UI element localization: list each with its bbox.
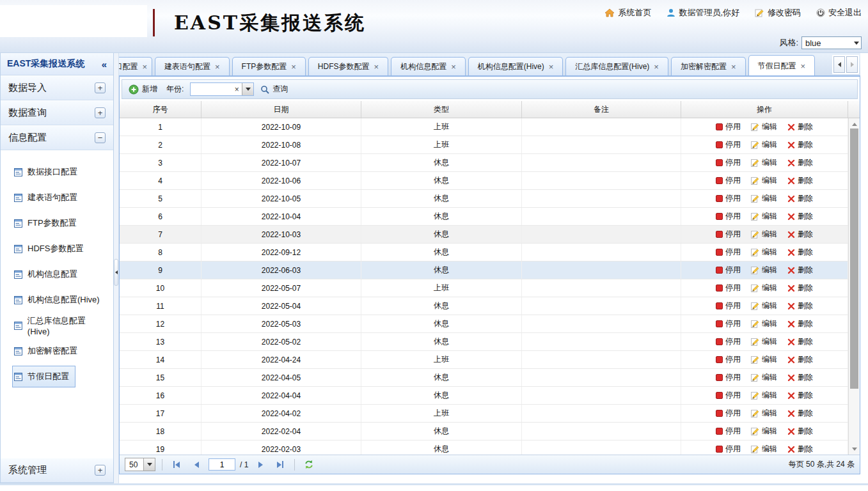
edit-action[interactable]: 编辑 [751, 426, 777, 437]
table-row[interactable]: 14 2022-04-24 上班 停用 [120, 351, 848, 369]
delete-action[interactable]: 删除 [787, 247, 813, 258]
sidebar-section-header-bottom[interactable]: 系统管理 + [1, 458, 113, 483]
tab-close-icon[interactable]: × [291, 62, 296, 72]
table-row[interactable]: 6 2022-10-04 休息 停用 [120, 208, 848, 226]
disable-action[interactable]: 停用 [716, 336, 741, 347]
sidebar-menu-item[interactable]: 加密解密配置 [12, 338, 84, 364]
sidebar-menu-item[interactable]: 机构信息配置(Hive) [12, 287, 106, 313]
tab[interactable]: 机构信息配置(Hive) × [468, 57, 564, 75]
edit-action[interactable]: 编辑 [751, 157, 777, 168]
disable-action[interactable]: 停用 [716, 193, 741, 204]
table-row[interactable]: 1 2022-10-09 上班 停用 [120, 118, 848, 136]
refresh-button[interactable] [301, 458, 317, 472]
sidebar-section-header[interactable]: 数据导入 + [1, 75, 113, 100]
expand-toggle-icon[interactable]: + [95, 82, 106, 93]
sidebar-splitter[interactable] [114, 53, 119, 483]
sidebar-menu-item[interactable]: FTP参数配置 [12, 210, 83, 236]
tab-scroll-right-button[interactable] [846, 56, 858, 73]
delete-action[interactable]: 删除 [787, 283, 813, 293]
edit-action[interactable]: 编辑 [751, 336, 777, 347]
table-row[interactable]: 18 2022-02-04 休息 停用 [120, 423, 848, 440]
table-row[interactable]: 7 2022-10-03 休息 停用 [120, 226, 848, 244]
tab[interactable]: 汇总库信息配置(Hive) × [565, 57, 668, 75]
tab[interactable]: 加密解密配置 × [671, 57, 746, 75]
edit-action[interactable]: 编辑 [751, 247, 777, 258]
edit-action[interactable]: 编辑 [751, 175, 777, 186]
disable-action[interactable]: 停用 [716, 444, 741, 455]
delete-action[interactable]: 删除 [787, 390, 813, 401]
table-row[interactable]: 3 2022-10-07 休息 停用 [120, 154, 848, 172]
delete-action[interactable]: 删除 [787, 175, 813, 186]
table-row[interactable]: 10 2022-05-07 上班 停用 [120, 279, 848, 297]
disable-action[interactable]: 停用 [716, 265, 741, 276]
disable-action[interactable]: 停用 [716, 408, 741, 419]
table-row[interactable]: 17 2022-04-02 上班 停用 [120, 405, 848, 423]
column-header-type[interactable]: 类型 [361, 101, 522, 118]
tab-close-icon[interactable]: × [654, 62, 659, 72]
scroll-up-button[interactable] [849, 120, 860, 129]
edit-action[interactable]: 编辑 [751, 265, 777, 276]
change-password-link[interactable]: 修改密码 [755, 7, 801, 19]
column-header-seq[interactable]: 序号 [120, 101, 201, 118]
tab[interactable]: 机构信息配置 × [391, 57, 466, 75]
home-link[interactable]: 系统首页 [604, 7, 651, 19]
expand-toggle-icon[interactable]: − [95, 132, 106, 143]
delete-action[interactable]: 删除 [787, 265, 813, 276]
tab-scroll-left-button[interactable] [833, 56, 845, 73]
edit-action[interactable]: 编辑 [751, 121, 777, 132]
table-row[interactable]: 11 2022-05-04 休息 停用 [120, 297, 848, 315]
disable-action[interactable]: 停用 [716, 372, 741, 383]
table-row[interactable]: 9 2022-06-03 休息 停用 [120, 261, 848, 279]
tab[interactable]: HDFS参数配置 × [308, 57, 388, 75]
first-page-button[interactable] [169, 458, 184, 472]
delete-action[interactable]: 删除 [787, 408, 813, 419]
disable-action[interactable]: 停用 [716, 300, 741, 311]
sidebar-menu-item[interactable]: 汇总库信息配置(Hive) [12, 313, 113, 338]
combo-dropdown-button[interactable] [242, 83, 253, 95]
splitter-collapse-handle[interactable] [114, 259, 118, 286]
column-header-actions[interactable]: 操作 [681, 101, 848, 118]
delete-action[interactable]: 删除 [787, 372, 813, 383]
delete-action[interactable]: 删除 [787, 300, 813, 311]
tab-close-icon[interactable]: × [801, 61, 806, 71]
edit-action[interactable]: 编辑 [751, 229, 777, 240]
edit-action[interactable]: 编辑 [751, 372, 777, 383]
disable-action[interactable]: 停用 [716, 229, 741, 240]
disable-action[interactable]: 停用 [716, 211, 741, 222]
user-greeting[interactable]: 数据管理员,你好 [667, 7, 739, 19]
edit-action[interactable]: 编辑 [751, 354, 777, 365]
edit-action[interactable]: 编辑 [751, 193, 777, 204]
table-row[interactable]: 13 2022-05-02 休息 停用 [120, 333, 848, 351]
table-row[interactable]: 4 2022-10-06 休息 停用 [120, 172, 848, 190]
delete-action[interactable]: 删除 [787, 354, 813, 365]
tab[interactable]: 建表语句配置 × [155, 57, 230, 75]
sidebar-collapse-icon[interactable]: « [102, 59, 107, 70]
combo-clear-icon[interactable]: × [232, 85, 242, 94]
delete-action[interactable]: 删除 [787, 426, 813, 437]
tab-close-icon[interactable]: × [374, 62, 379, 72]
logout-link[interactable]: 安全退出 [816, 7, 862, 19]
table-row[interactable]: 5 2022-10-05 休息 停用 [120, 190, 848, 208]
tab-close-icon[interactable]: × [451, 62, 456, 72]
table-row[interactable]: 12 2022-05-03 休息 停用 [120, 315, 848, 333]
disable-action[interactable]: 停用 [716, 157, 741, 168]
sidebar-section-header[interactable]: 数据查询 + [1, 100, 113, 125]
tab-close-icon[interactable]: × [215, 62, 220, 72]
tab[interactable]: FTP参数配置 × [232, 57, 306, 75]
search-button[interactable]: 查询 [260, 84, 288, 95]
delete-action[interactable]: 删除 [787, 121, 813, 132]
tab[interactable]: 口配置 × [119, 57, 152, 75]
disable-action[interactable]: 停用 [716, 318, 741, 329]
tab[interactable]: 节假日配置 × [748, 55, 816, 76]
grid-vertical-scrollbar[interactable] [848, 118, 860, 455]
sidebar-menu-item[interactable]: 建表语句配置 [12, 185, 84, 210]
delete-action[interactable]: 删除 [787, 211, 813, 222]
scrollbar-thumb[interactable] [850, 129, 858, 389]
delete-action[interactable]: 删除 [787, 318, 813, 329]
year-input[interactable] [191, 84, 232, 95]
tab-close-icon[interactable]: × [142, 62, 147, 72]
delete-action[interactable]: 删除 [787, 229, 813, 240]
sidebar-menu-item[interactable]: 机构信息配置 [12, 261, 84, 287]
expand-toggle-icon[interactable]: + [95, 465, 106, 476]
edit-action[interactable]: 编辑 [751, 444, 777, 455]
